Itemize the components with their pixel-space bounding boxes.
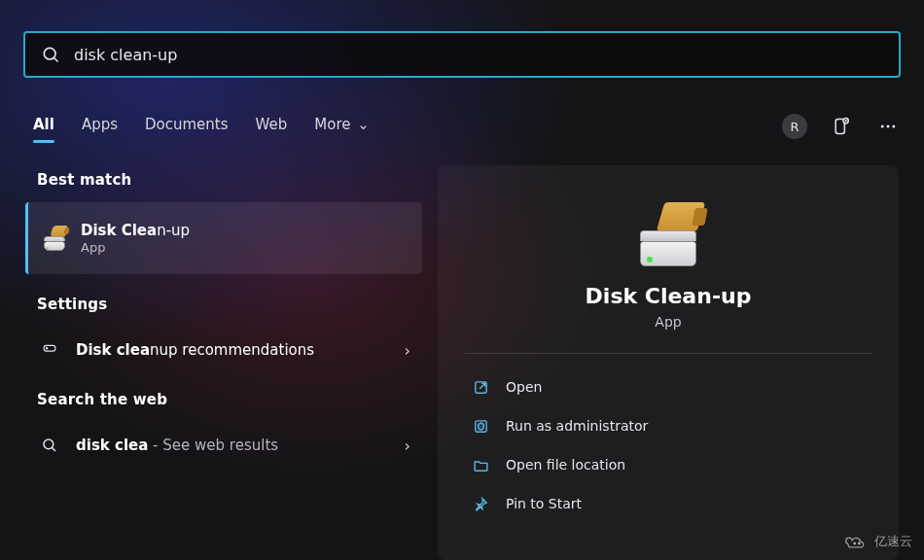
- detail-title: Disk Clean-up: [586, 284, 752, 308]
- svg-point-5: [887, 125, 890, 128]
- results-column: Best match Disk Clean-up App Settings Di…: [25, 165, 422, 560]
- filter-tabs: All Apps Documents Web More ⌄ R: [33, 105, 901, 148]
- action-label: Pin to Start: [506, 496, 582, 511]
- folder-icon: [471, 457, 490, 473]
- detail-panel: Disk Clean-up App Open Run as administra…: [438, 165, 899, 560]
- action-label: Run as administrator: [506, 418, 648, 434]
- action-pin-to-start[interactable]: Pin to Start: [465, 484, 871, 523]
- settings-header: Settings: [37, 296, 422, 313]
- storage-icon: [39, 343, 60, 357]
- svg-point-4: [881, 125, 884, 128]
- best-match-header: Best match: [37, 171, 422, 189]
- divider: [465, 353, 871, 354]
- search-web-header: Search the web: [37, 391, 422, 408]
- web-search-item[interactable]: disk clea - See web results ›: [25, 422, 422, 469]
- svg-point-8: [46, 348, 47, 349]
- tab-documents[interactable]: Documents: [145, 110, 229, 143]
- disk-cleanup-icon: [42, 226, 67, 251]
- result-subtitle: App: [81, 240, 190, 255]
- user-avatar[interactable]: R: [782, 114, 807, 139]
- svg-line-10: [52, 447, 55, 451]
- action-label: Open file location: [506, 457, 625, 472]
- tab-web[interactable]: Web: [256, 110, 288, 143]
- phone-link-icon[interactable]: [829, 114, 854, 139]
- search-bar[interactable]: [23, 31, 901, 78]
- action-label: Open: [506, 379, 542, 395]
- action-open[interactable]: Open: [465, 368, 871, 406]
- search-icon: [41, 45, 60, 64]
- best-match-result[interactable]: Disk Clean-up App: [25, 202, 422, 274]
- svg-point-6: [892, 125, 895, 128]
- search-input[interactable]: [74, 46, 883, 64]
- tab-all[interactable]: All: [33, 110, 54, 143]
- tab-more[interactable]: More ⌄: [314, 110, 370, 143]
- settings-item-label: Disk cleanup recommendations: [76, 341, 389, 359]
- svg-line-1: [54, 58, 58, 62]
- action-run-as-admin[interactable]: Run as administrator: [465, 406, 871, 445]
- svg-point-9: [44, 439, 53, 449]
- tab-apps[interactable]: Apps: [82, 110, 118, 143]
- shield-icon: [471, 418, 490, 435]
- pin-icon: [471, 496, 490, 512]
- web-item-label: disk clea - See web results: [76, 437, 389, 454]
- action-open-file-location[interactable]: Open file location: [465, 445, 871, 484]
- svg-point-0: [44, 48, 55, 59]
- chevron-right-icon: ›: [405, 341, 410, 360]
- result-title: Disk Clean-up: [81, 222, 190, 239]
- chevron-down-icon: ⌄: [352, 116, 369, 133]
- settings-item-cleanup-recommendations[interactable]: Disk cleanup recommendations ›: [25, 327, 422, 373]
- search-icon: [39, 437, 60, 454]
- more-options-icon[interactable]: [875, 114, 901, 139]
- disk-cleanup-icon: [634, 202, 702, 266]
- detail-subtitle: App: [655, 314, 681, 330]
- open-icon: [471, 379, 490, 396]
- chevron-right-icon: ›: [405, 437, 410, 455]
